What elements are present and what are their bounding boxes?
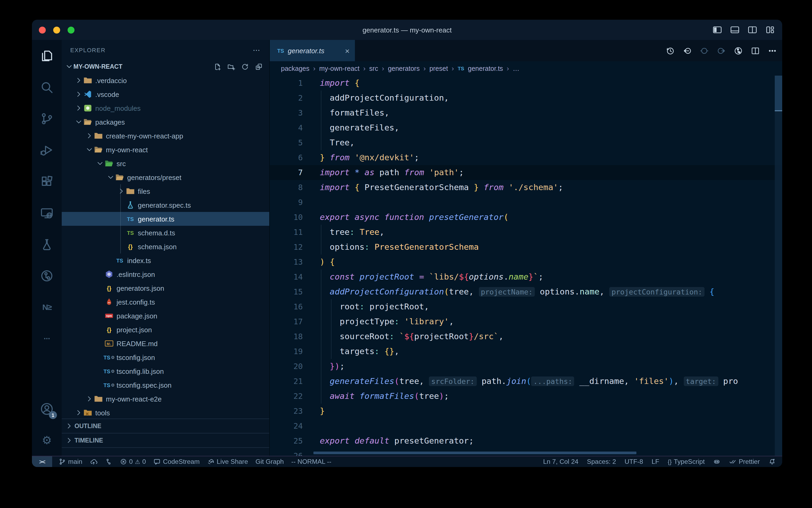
breadcrumb-symbol-more[interactable]: … bbox=[513, 65, 519, 72]
layout-panel-icon[interactable] bbox=[730, 25, 739, 35]
status-vim-mode[interactable]: -- NORMAL -- bbox=[291, 458, 332, 465]
status-copilot[interactable] bbox=[713, 458, 721, 465]
layout-sidebar-right-icon[interactable] bbox=[748, 25, 757, 35]
activitybar-git-graph-icon[interactable] bbox=[32, 260, 62, 291]
status-eol[interactable]: LF bbox=[652, 458, 659, 465]
tree-item-packages[interactable]: packages bbox=[62, 115, 269, 129]
layout-customize-icon[interactable] bbox=[765, 25, 775, 35]
commit-graph-icon[interactable] bbox=[734, 46, 743, 55]
activitybar-settings-icon[interactable]: ⚙ bbox=[32, 424, 62, 456]
tree-item-label: node_modules bbox=[95, 104, 141, 112]
split-editor-icon[interactable] bbox=[751, 46, 760, 55]
line-number: 3 bbox=[270, 105, 303, 120]
status-notifications[interactable] bbox=[768, 458, 776, 465]
close-tab-icon[interactable]: × bbox=[345, 46, 349, 55]
tree-item-generator-ts[interactable]: TSgenerator.ts bbox=[62, 212, 269, 226]
activitybar-testing-icon[interactable] bbox=[32, 228, 62, 260]
breadcrumb-preset[interactable]: preset bbox=[429, 65, 448, 72]
status-cursor-position[interactable]: Ln 7, Col 24 bbox=[543, 458, 578, 465]
chevron-spacer bbox=[96, 270, 104, 279]
minimize-window-button[interactable] bbox=[53, 26, 60, 33]
timeline-icon[interactable] bbox=[666, 46, 675, 55]
tree-item-schema-json[interactable]: {}schema.json bbox=[62, 240, 269, 253]
tree-item-package-json[interactable]: npmpackage.json bbox=[62, 309, 269, 323]
code-line-content: formatFiles, bbox=[320, 105, 389, 120]
more-actions-icon[interactable] bbox=[768, 46, 777, 55]
status-language-mode[interactable]: {}TypeScript bbox=[668, 458, 705, 465]
tree-item--eslintrc-json[interactable]: .eslintrc.json bbox=[62, 267, 269, 281]
layout-sidebar-left-icon[interactable] bbox=[713, 25, 722, 35]
prev-change-icon[interactable] bbox=[700, 46, 709, 55]
tree-item-create-my-own-react-app[interactable]: create-my-own-react-app bbox=[62, 129, 269, 143]
status-commits[interactable] bbox=[104, 458, 112, 465]
refresh-icon[interactable] bbox=[241, 62, 249, 71]
project-root-row[interactable]: MY-OWN-REACT bbox=[62, 60, 269, 74]
code-line-12: 12 options: PresetGeneratorSchema bbox=[270, 240, 782, 255]
tree-item-readme-md[interactable]: M↓README.md bbox=[62, 337, 269, 350]
tree-item--vscode[interactable]: .vscode bbox=[62, 87, 269, 101]
activitybar-nx-console-icon[interactable]: N≥ bbox=[32, 291, 62, 323]
vertical-scrollbar-thumb[interactable] bbox=[775, 76, 782, 111]
activitybar-search-icon[interactable] bbox=[32, 71, 62, 103]
status-git-branch[interactable]: main bbox=[58, 458, 82, 465]
tree-item-node-modules[interactable]: node_modules bbox=[62, 101, 269, 115]
status-encoding[interactable]: UTF-8 bbox=[624, 458, 643, 465]
tree-item-tsconfig-json[interactable]: TS⚙tsconfig.json bbox=[62, 350, 269, 364]
tree-item-jest-config-ts[interactable]: jest.config.ts bbox=[62, 295, 269, 309]
collapse-all-icon[interactable] bbox=[255, 62, 263, 71]
activitybar-accounts-icon[interactable]: 1 bbox=[32, 393, 62, 424]
chevron-spacer bbox=[96, 298, 104, 306]
tree-item-tsconfig-spec-json[interactable]: TS⚙tsconfig.spec.json bbox=[62, 378, 269, 392]
tree-item-tsconfig-lib-json[interactable]: TS⚙tsconfig.lib.json bbox=[62, 364, 269, 378]
tree-item-tools[interactable]: tools bbox=[62, 406, 269, 420]
activitybar-extensions-icon[interactable] bbox=[32, 166, 62, 197]
breadcrumb-my-own-react[interactable]: my-own-react bbox=[319, 65, 360, 72]
tree-item-my-own-react[interactable]: my-own-react bbox=[62, 143, 269, 157]
zoom-window-button[interactable] bbox=[67, 26, 75, 33]
tree-item-files[interactable]: files bbox=[62, 184, 269, 198]
activitybar-source-control-icon[interactable] bbox=[32, 103, 62, 134]
section-timeline[interactable]: TIMELINE bbox=[62, 433, 269, 447]
tree-item--verdaccio[interactable]: .verdaccio bbox=[62, 74, 269, 87]
tree-item-schema-d-ts[interactable]: TSschema.d.ts bbox=[62, 226, 269, 240]
status-publish[interactable] bbox=[90, 458, 97, 465]
tab-generator-ts[interactable]: TS generator.ts × bbox=[270, 40, 355, 61]
next-change-icon[interactable] bbox=[717, 46, 726, 55]
breadcrumb-file[interactable]: generator.ts bbox=[468, 65, 503, 72]
remote-indicator[interactable]: >< bbox=[32, 456, 52, 467]
tree-item-generators-json[interactable]: {}generators.json bbox=[62, 281, 269, 295]
vertical-scrollbar-track[interactable] bbox=[775, 76, 782, 456]
status-problems[interactable]: 0⚠0 bbox=[120, 458, 146, 465]
breadcrumb-packages[interactable]: packages bbox=[281, 65, 309, 72]
activitybar-remote-explorer-icon[interactable] bbox=[32, 197, 62, 228]
status-git-graph[interactable]: Git Graph bbox=[255, 458, 284, 465]
close-window-button[interactable] bbox=[39, 26, 46, 33]
activitybar-run-debug-icon[interactable] bbox=[32, 134, 62, 166]
horizontal-scrollbar[interactable] bbox=[314, 452, 636, 454]
activitybar-explorer-icon[interactable] bbox=[32, 40, 62, 71]
new-folder-icon[interactable] bbox=[227, 62, 235, 71]
chevron-spacer bbox=[96, 367, 104, 375]
tree-item-my-own-react-e2e[interactable]: my-own-react-e2e bbox=[62, 392, 269, 406]
activitybar-more-views-icon[interactable]: ··· bbox=[32, 323, 62, 354]
tree-item-generators-preset[interactable]: generators/preset bbox=[62, 170, 269, 184]
status-codestream[interactable]: CodeStream bbox=[153, 458, 199, 465]
explorer-more-actions-icon[interactable]: ⋯ bbox=[253, 46, 261, 54]
new-file-icon[interactable] bbox=[213, 62, 221, 71]
status-prettier[interactable]: Prettier bbox=[729, 458, 760, 465]
status-indentation[interactable]: Spaces: 2 bbox=[587, 458, 616, 465]
code-editor[interactable]: 1import {2 addProjectConfiguration,3 for… bbox=[270, 76, 782, 456]
line-number: 8 bbox=[270, 180, 303, 195]
status-live-share[interactable]: Live Share bbox=[207, 458, 248, 465]
tree-item-src[interactable]: src bbox=[62, 157, 269, 170]
tab-label: generator.ts bbox=[288, 47, 325, 54]
tree-item-index-ts[interactable]: TSindex.ts bbox=[62, 253, 269, 267]
section-outline[interactable]: OUTLINE bbox=[62, 419, 269, 433]
error-count: 0 bbox=[129, 458, 133, 465]
breadcrumb-src[interactable]: src bbox=[369, 65, 378, 72]
tree-item-generator-spec-ts[interactable]: generator.spec.ts bbox=[62, 198, 269, 212]
breadcrumb-generators[interactable]: generators bbox=[388, 65, 420, 72]
tree-item-project-json[interactable]: {}project.json bbox=[62, 323, 269, 337]
code-line-15: 15 addProjectConfiguration(tree, project… bbox=[270, 284, 782, 299]
navigate-back-icon[interactable] bbox=[683, 46, 692, 55]
